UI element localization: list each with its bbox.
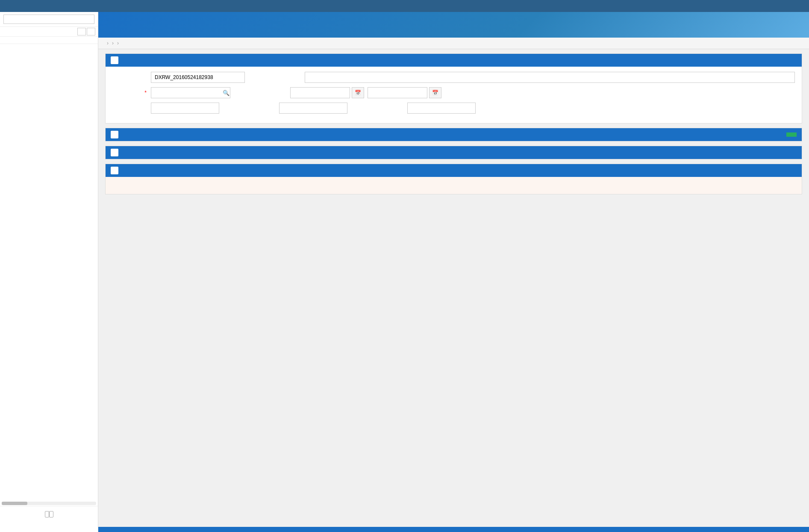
- section-num-1: [111, 56, 118, 64]
- section-basic-info-header: [106, 54, 802, 67]
- sidebar-tree: [0, 44, 98, 501]
- exec-time-group: 📅 📅: [290, 87, 441, 98]
- breadcrumb-sep-3: ›: [117, 40, 119, 46]
- prev-key-icon: [45, 511, 49, 517]
- nav-next-button[interactable]: [87, 28, 95, 35]
- content-area: › › ›: [98, 12, 809, 532]
- form-row-executor: 🔍 📅 📅: [112, 87, 795, 98]
- section-workflow: [105, 164, 802, 194]
- top-bar: [0, 0, 809, 12]
- page-footer: [98, 527, 809, 532]
- executor-label: [112, 90, 147, 96]
- page-content: 🔍 📅 📅: [98, 49, 809, 527]
- sidebar: [0, 12, 98, 532]
- section-basic-info-body: 🔍 📅 📅: [106, 67, 802, 123]
- exec-time-start-input[interactable]: [290, 87, 350, 98]
- section-num-2: [111, 131, 118, 138]
- exec-time-end-picker[interactable]: 📅: [429, 87, 441, 98]
- executor-search-btn[interactable]: 🔍: [223, 90, 229, 96]
- section-costs-header: [106, 146, 802, 159]
- search-input[interactable]: [3, 15, 94, 24]
- labor-cost-input[interactable]: [279, 103, 347, 114]
- task-code-input[interactable]: [151, 72, 245, 83]
- section-basic-info: 🔍 📅 📅: [105, 53, 802, 123]
- workflow-steps: [106, 177, 802, 194]
- total-cost-input[interactable]: [151, 103, 219, 114]
- sidebar-nav-arrows: [0, 27, 98, 37]
- breadcrumb-sep-2: ›: [112, 40, 114, 46]
- sidebar-search-area: [0, 12, 98, 27]
- material-cost-input[interactable]: [407, 103, 476, 114]
- add-device-btn[interactable]: [786, 132, 797, 137]
- section-num-3: [111, 149, 118, 156]
- breadcrumb: › › ›: [98, 38, 809, 49]
- section-num-4: [111, 167, 118, 174]
- executor-input[interactable]: [151, 87, 230, 98]
- sidebar-app-title: [0, 37, 98, 44]
- app-header: [98, 12, 809, 38]
- nav-prev-button[interactable]: [77, 28, 86, 35]
- next-key-icon: [49, 511, 53, 517]
- exec-time-end-input[interactable]: [368, 87, 427, 98]
- task-name-input[interactable]: [305, 72, 795, 83]
- breadcrumb-sep-1: ›: [107, 40, 109, 46]
- section-devices: [105, 128, 802, 141]
- section-workflow-header: [106, 164, 802, 177]
- section-costs: [105, 146, 802, 159]
- sidebar-bottom-hint: [0, 506, 98, 532]
- executor-input-wrapper: 🔍: [151, 87, 230, 98]
- exec-time-start-picker[interactable]: 📅: [352, 87, 364, 98]
- form-row-costs: [112, 103, 795, 114]
- form-row-task-code: [112, 72, 795, 83]
- section-devices-header: [106, 128, 802, 141]
